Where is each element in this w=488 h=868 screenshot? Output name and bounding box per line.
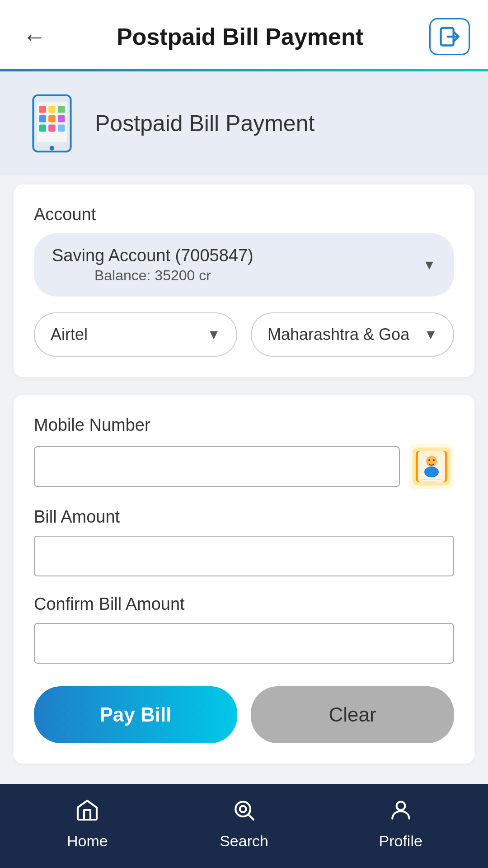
svg-point-21 <box>424 467 439 477</box>
svg-line-26 <box>249 815 254 820</box>
home-label: Home <box>67 832 108 850</box>
nav-home[interactable]: Home <box>9 797 166 850</box>
svg-rect-12 <box>58 125 65 132</box>
profile-label: Profile <box>379 832 422 850</box>
form-card: Mobile Number <box>14 395 474 764</box>
confirm-bill-label: Confirm Bill Amount <box>34 594 454 614</box>
account-name: Saving Account (7005847) <box>52 246 253 265</box>
pay-bill-button[interactable]: Pay Bill <box>34 686 237 743</box>
banner-title: Postpaid Bill Payment <box>95 110 314 137</box>
page-title: Postpaid Bill Payment <box>117 23 363 50</box>
banner-section: Postpaid Bill Payment <box>0 71 488 175</box>
back-button[interactable]: ← <box>18 19 51 55</box>
search-label: Search <box>220 832 268 850</box>
svg-point-13 <box>50 146 54 150</box>
nav-profile[interactable]: Profile <box>322 797 479 850</box>
bottom-nav: Home Search Profile <box>0 784 488 868</box>
account-label: Account <box>34 205 454 224</box>
account-card: Account Saving Account (7005847) Balance… <box>14 184 474 377</box>
mobile-input-row <box>34 444 454 489</box>
region-chevron-icon: ▼ <box>424 327 437 342</box>
logout-icon <box>438 25 461 48</box>
bill-amount-label: Bill Amount <box>34 507 454 527</box>
svg-point-25 <box>240 806 246 812</box>
svg-rect-6 <box>58 106 65 113</box>
operator-dropdown[interactable]: Airtel ▼ <box>34 312 237 357</box>
operator-chevron-icon: ▼ <box>207 327 221 342</box>
nav-search[interactable]: Search <box>166 797 323 850</box>
svg-point-27 <box>396 802 405 810</box>
svg-point-20 <box>433 459 435 461</box>
svg-rect-5 <box>48 106 56 113</box>
action-buttons: Pay Bill Clear <box>34 686 454 743</box>
confirm-bill-input[interactable] <box>34 623 454 664</box>
account-info: Saving Account (7005847) Balance: 35200 … <box>52 246 253 284</box>
phone-icon <box>27 94 77 153</box>
search-icon <box>231 797 257 827</box>
operator-label: Airtel <box>51 325 88 344</box>
mobile-label: Mobile Number <box>34 415 454 435</box>
svg-rect-11 <box>48 125 56 132</box>
profile-icon <box>388 797 413 827</box>
svg-rect-7 <box>39 115 46 123</box>
chevron-down-icon: ▼ <box>422 257 436 273</box>
svg-rect-8 <box>48 115 56 123</box>
svg-rect-9 <box>58 115 65 123</box>
region-dropdown[interactable]: Maharashtra & Goa ▼ <box>251 312 454 357</box>
logout-button[interactable] <box>429 18 470 55</box>
region-label: Maharashtra & Goa <box>267 325 409 344</box>
svg-point-19 <box>428 459 430 461</box>
account-dropdown[interactable]: Saving Account (7005847) Balance: 35200 … <box>34 233 454 297</box>
mobile-input[interactable] <box>34 446 400 487</box>
svg-rect-10 <box>39 125 46 132</box>
account-balance: Balance: 35200 cr <box>52 267 253 284</box>
back-icon: ← <box>23 24 46 50</box>
bill-amount-input[interactable] <box>34 536 454 576</box>
header: ← Postpaid Bill Payment <box>0 0 488 69</box>
clear-button[interactable]: Clear <box>251 686 454 743</box>
contacts-icon[interactable] <box>409 444 454 489</box>
svg-rect-4 <box>39 106 46 113</box>
home-icon <box>75 797 100 827</box>
operator-row: Airtel ▼ Maharashtra & Goa ▼ <box>34 312 454 357</box>
